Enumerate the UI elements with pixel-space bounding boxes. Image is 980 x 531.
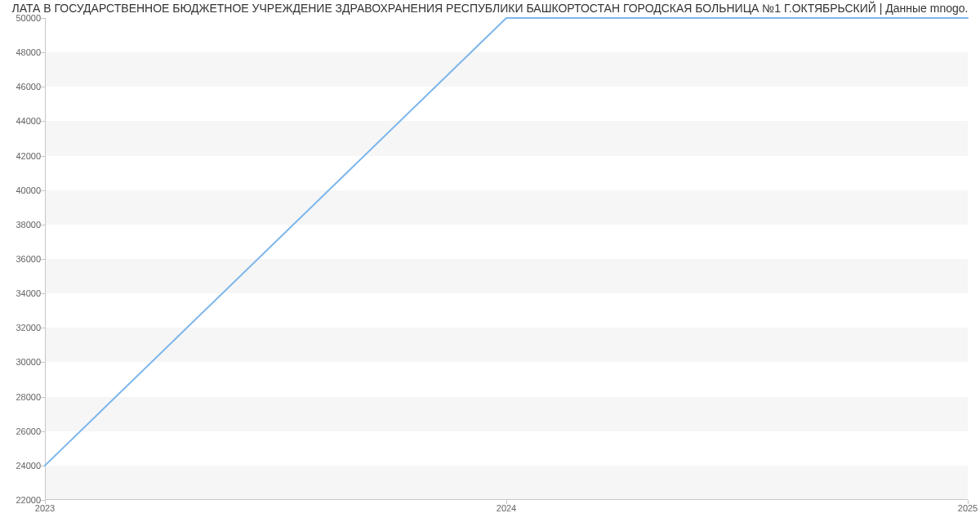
y-axis-tick-label: 36000: [0, 254, 41, 264]
series-line: [45, 18, 968, 466]
plot-area: [45, 18, 968, 500]
x-axis-tick-label: 2025: [958, 503, 978, 513]
y-axis-tick-label: 44000: [0, 116, 41, 126]
chart-container: ЛАТА В ГОСУДАРСТВЕННОЕ БЮДЖЕТНОЕ УЧРЕЖДЕ…: [0, 0, 980, 531]
y-axis-tick-label: 28000: [0, 392, 41, 402]
chart-title: ЛАТА В ГОСУДАРСТВЕННОЕ БЮДЖЕТНОЕ УЧРЕЖДЕ…: [0, 0, 980, 16]
y-axis-tick-label: 48000: [0, 47, 41, 57]
x-axis-tick-label: 2023: [35, 503, 55, 513]
y-axis-tick-label: 42000: [0, 151, 41, 161]
y-axis-tick-label: 32000: [0, 323, 41, 332]
y-axis-tick-label: 46000: [0, 82, 41, 91]
y-axis-tick-label: 24000: [0, 461, 41, 471]
line-layer: [45, 18, 968, 500]
y-axis-tick-label: 26000: [0, 426, 41, 436]
y-axis-tick-label: 38000: [0, 220, 41, 230]
y-axis-tick-label: 30000: [0, 357, 41, 367]
x-axis-tick-label: 2024: [497, 503, 516, 513]
y-axis-tick-label: 50000: [0, 13, 41, 23]
y-axis-tick-label: 40000: [0, 185, 41, 195]
y-axis-tick-label: 34000: [0, 288, 41, 298]
